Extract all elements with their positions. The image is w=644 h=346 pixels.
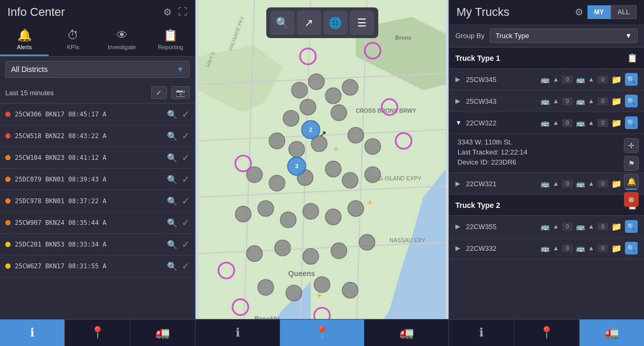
truck-expand-icon[interactable]: ▼ <box>455 119 463 126</box>
truck-search-button[interactable]: 🔍 <box>625 116 638 129</box>
truck-group-icon: 🚌 <box>576 119 585 127</box>
up-arrow-icon2: ▲ <box>588 180 594 187</box>
truck-vehicle-icon: 🚌 <box>540 222 549 231</box>
truck-expand-icon[interactable]: ▶ <box>455 180 463 187</box>
alert-check-icon[interactable]: ✓ <box>182 260 190 272</box>
alert-list-item[interactable]: 25DC201 BKN53 08:33:34 A 🔍 ✓ <box>0 234 195 256</box>
center-bottom-truck-button[interactable]: 🚛 <box>365 320 449 346</box>
tab-alerts[interactable]: 🔔 Alerts <box>0 24 49 56</box>
reporting-tab-icon: 📋 <box>163 29 178 42</box>
right-bottom-truck-button[interactable]: 🚛 <box>580 320 644 346</box>
all-toggle-button[interactable]: ALL <box>611 5 637 19</box>
map-globe-button[interactable]: 🌐 <box>323 11 348 35</box>
tab-investigate[interactable]: 👁 Investigate <box>98 24 146 56</box>
alert-search-icon[interactable]: 🔍 <box>167 175 178 185</box>
alert-list-item[interactable]: 25DC079 BKN01 08:39:43 A 🔍 ✓ <box>0 169 195 190</box>
group-by-dropdown[interactable]: Truck Type ▼ <box>490 29 638 43</box>
alert-check-icon[interactable]: ✓ <box>182 130 190 142</box>
alerts-camera-button[interactable]: 📷 <box>171 86 190 99</box>
svg-point-19 <box>300 99 316 115</box>
alert-list-item[interactable]: 25CW306 BKN17 08:45:17 A 🔍 ✓ <box>0 104 195 125</box>
alert-search-icon[interactable]: 🔍 <box>167 131 178 141</box>
right-bottom-location-button[interactable]: 📍 <box>514 320 579 346</box>
counter1: 0 <box>562 223 573 231</box>
alert-search-icon[interactable]: 🔍 <box>167 153 178 163</box>
alert-text: 25CW306 BKN17 08:45:17 A <box>15 111 163 118</box>
truck-row-22cw332[interactable]: ▶ 22CW332 🚌 ▲ 0 🚌 ▲ 0 📁 🔍 <box>449 238 644 259</box>
left-bottom-location-button[interactable]: 📍 <box>65 320 130 346</box>
truck-search-button[interactable]: 🔍 <box>625 73 638 86</box>
right-header-actions: ⚙ MY ALL <box>575 5 637 19</box>
alert-search-icon[interactable]: 🔍 <box>167 240 178 250</box>
alert-list-item[interactable]: 25CW518 BKN22 08:43:22 A 🔍 ✓ <box>0 125 195 147</box>
svg-text:NASSAU EXY: NASSAU EXY <box>389 237 425 243</box>
truck-row-22cw321[interactable]: ▶ 22CW321 🚌 ▲ 0 🚌 ▲ 0 📁 🔍 <box>449 173 644 195</box>
truck-search-button[interactable]: 🔍 <box>625 242 638 254</box>
alert-list-item[interactable]: 25CW907 BKN24 08:35:44 A 🔍 ✓ <box>0 212 195 234</box>
alert-check-icon[interactable]: ✓ <box>182 174 190 185</box>
alert-search-icon[interactable]: 🔍 <box>167 218 178 228</box>
district-dropdown[interactable]: All Districts ▼ <box>5 61 190 78</box>
truck-id-label: 22CW332 <box>466 244 537 252</box>
alert-search-icon[interactable]: 🔍 <box>167 261 178 271</box>
alert-list-item[interactable]: 25CW104 BKN23 08:41:12 A 🔍 ✓ <box>0 147 195 169</box>
truck-flag-button[interactable]: ⚑ <box>624 156 639 171</box>
alerts-check-all-button[interactable]: ✓ <box>151 86 167 99</box>
center-bottom-location-button[interactable]: 📍 <box>280 320 365 346</box>
svg-point-31 <box>325 161 341 177</box>
svg-point-29 <box>269 175 285 191</box>
map-search-button[interactable]: 🔍 <box>270 11 295 35</box>
district-selector-row: All Districts ▼ <box>0 57 195 82</box>
district-chevron-icon: ▼ <box>176 65 184 74</box>
truck-expand-icon[interactable]: ▶ <box>455 76 463 83</box>
truck-row-22cw355[interactable]: ▶ 22CW355 🚌 ▲ 0 🚌 ▲ 0 📁 🔍 <box>449 216 644 238</box>
counter2: 0 <box>598 97 608 105</box>
svg-point-46 <box>286 285 302 301</box>
tab-kpis[interactable]: ⏱ KPIs <box>49 24 97 56</box>
map-view[interactable]: PALISADE PKY HWY 5 Bronx CROSS BRONX BRW… <box>195 0 449 346</box>
alert-check-icon[interactable]: ✓ <box>182 152 190 163</box>
map-share-button[interactable]: ↗ <box>297 11 321 35</box>
location-pin-icon: 📍 <box>90 326 105 340</box>
alert-check-icon[interactable]: ✓ <box>182 239 190 250</box>
svg-text:2: 2 <box>309 126 312 133</box>
up-arrow-icon: ▲ <box>553 76 559 83</box>
alerts-header: Last 15 minutes ✓ 📷 <box>0 82 195 104</box>
left-panel: Info Center ⚙ ⛶ 🔔 Alerts ⏱ KPIs 👁 Invest… <box>0 0 195 346</box>
truck-expand-icon[interactable]: ▶ <box>455 223 463 230</box>
truck-search-button[interactable]: 🔍 <box>625 95 638 107</box>
alert-check-icon[interactable]: ✓ <box>182 108 190 120</box>
right-panel-title: My Trucks <box>456 5 509 19</box>
alert-search-icon[interactable]: 🔍 <box>167 196 178 206</box>
folder-icon: 📁 <box>611 75 622 85</box>
alert-list-item[interactable]: 25DC978 BKN01 08:37:22 A 🔍 ✓ <box>0 190 195 212</box>
truck-expand-icon[interactable]: ▶ <box>455 244 463 252</box>
gear-icon[interactable]: ⚙ <box>163 6 172 18</box>
svg-point-40 <box>247 245 263 261</box>
truck-row-22cw322[interactable]: ▼ 22CW322 🚌 ▲ 0 🚌 ▲ 0 📁 🔍 <box>449 112 644 134</box>
truck-row-25cw343[interactable]: ▶ 25CW343 🚌 ▲ 0 🚌 ▲ 0 📁 🔍 <box>449 90 644 112</box>
alert-list-item[interactable]: 25CW627 BKN17 08:31:55 A 🔍 ✓ <box>0 256 195 277</box>
tab-reporting[interactable]: 📋 Reporting <box>146 24 195 56</box>
truck-expand-icon[interactable]: ▶ <box>455 97 463 105</box>
map-menu-button[interactable]: ☰ <box>350 11 374 35</box>
right-bottom-info-button[interactable]: ℹ <box>449 320 514 346</box>
alert-text: 25CW907 BKN24 08:35:44 A <box>15 219 163 226</box>
center-bottom-info-button[interactable]: ℹ <box>195 320 280 346</box>
left-bottom-info-button[interactable]: ℹ <box>0 320 65 346</box>
alert-check-icon[interactable]: ✓ <box>182 195 190 207</box>
truck-cancel-button[interactable]: ⊗ <box>624 192 639 207</box>
svg-point-22 <box>331 105 347 121</box>
right-gear-icon[interactable]: ⚙ <box>575 6 583 18</box>
my-toggle-button[interactable]: MY <box>587 5 611 19</box>
truck-row-25cw345[interactable]: ▶ 25CW345 🚌 ▲ 0 🚌 ▲ 0 📁 🔍 <box>449 69 644 90</box>
globe-icon: 🌐 <box>329 16 342 29</box>
left-bottom-truck-button[interactable]: 🚛 <box>130 320 195 346</box>
expand-icon[interactable]: ⛶ <box>178 6 188 18</box>
alert-search-icon[interactable]: 🔍 <box>167 110 178 120</box>
alert-check-icon[interactable]: ✓ <box>182 217 190 229</box>
truck-bell-button[interactable]: 🔔 <box>624 174 639 189</box>
truck-move-button[interactable]: ✛ <box>624 138 639 153</box>
investigate-tab-label: Investigate <box>108 44 136 50</box>
truck-search-button[interactable]: 🔍 <box>625 220 638 233</box>
